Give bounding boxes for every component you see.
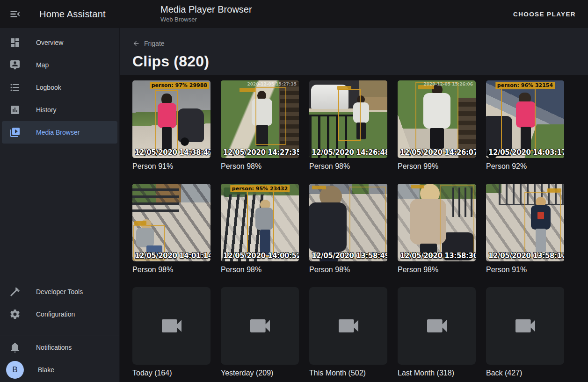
- detection-bounding-box: [255, 87, 286, 145]
- panel-subtitle: Web Browser: [160, 16, 252, 23]
- camera-osd-timestamp: 2020-12-05 15:27:35: [247, 82, 297, 86]
- media-grid: person: 97% 2998812/05/2020 14:38:47Pers…: [132, 80, 575, 378]
- video-camera-icon: [159, 313, 185, 339]
- app-bar: Home Assistant Media Player Browser Web …: [0, 0, 588, 28]
- clip-thumbnail: 12/05/2020 13:58:49: [309, 184, 387, 261]
- clip-caption: Person 98%: [309, 162, 387, 171]
- panel-title-block: Media Player Browser Web Browser: [160, 4, 252, 23]
- folder-cell[interactable]: Back (427): [486, 287, 564, 378]
- sidebar-item-label: History: [36, 106, 57, 114]
- timestamp-overlay: 12/05/2020 14:03:17: [488, 148, 564, 157]
- sidebar-item-user[interactable]: B Blake: [2, 359, 117, 381]
- arrow-left-icon: [132, 40, 140, 47]
- sidebar: OverviewMapLogbookHistoryMedia Browser D…: [0, 28, 120, 382]
- folder-cell[interactable]: Today (164): [132, 287, 211, 378]
- clip-caption: Person 91%: [132, 162, 211, 171]
- sidebar-item-history[interactable]: History: [2, 99, 117, 121]
- clip-thumbnail: 12/05/2020 14:01:14: [132, 184, 211, 261]
- detection-label-small: [337, 86, 351, 90]
- detection-label: person: 95% 23432: [230, 185, 290, 192]
- sidebar-item-label: Overview: [36, 39, 63, 46]
- sidebar-item-label: Configuration: [36, 310, 75, 318]
- bell-icon: [9, 342, 21, 353]
- folder-tile: [221, 287, 299, 365]
- folder-tile: [309, 287, 387, 365]
- clip-caption: Person 98%: [221, 265, 299, 274]
- video-camera-icon: [512, 313, 538, 339]
- sidebar-item-label: Logbook: [36, 84, 61, 91]
- folder-label: Today (164): [132, 368, 211, 378]
- clip-cell[interactable]: 2020-12-05 15:26:0612/05/2020 14:26:07Pe…: [398, 80, 476, 171]
- detection-label-small: [240, 88, 255, 92]
- folder-label: This Month (502): [309, 368, 387, 378]
- clip-thumbnail: 2020-12-05 15:26:0612/05/2020 14:26:07: [398, 80, 476, 158]
- clip-cell[interactable]: 12/05/2020 13:58:49Person 98%: [309, 184, 387, 274]
- app-title: Home Assistant: [39, 9, 106, 20]
- video-camera-icon: [424, 313, 450, 339]
- clip-cell[interactable]: 2020-12-05 15:27:3512/05/2020 14:27:35Pe…: [221, 80, 299, 171]
- clip-cell[interactable]: person: 96% 3215412/05/2020 14:03:17Pers…: [486, 80, 564, 171]
- sidebar-toggle-button[interactable]: [4, 3, 26, 25]
- clip-caption: Person 91%: [486, 265, 564, 274]
- user-name-label: Blake: [38, 366, 54, 374]
- choose-player-button[interactable]: CHOOSE PLAYER: [510, 7, 579, 22]
- dashboard-icon: [9, 37, 21, 48]
- sidebar-item-developer-tools[interactable]: Developer Tools: [2, 281, 117, 303]
- clip-caption: Person 99%: [398, 162, 476, 171]
- sidebar-bottom: Notifications B Blake: [0, 336, 119, 382]
- media-browser-icon: [9, 127, 21, 138]
- timestamp-overlay: 12/05/2020 14:26:48: [312, 148, 387, 157]
- panel-title: Media Player Browser: [160, 4, 252, 15]
- scene-rail: [132, 184, 179, 212]
- clip-caption: Person 98%: [132, 265, 211, 274]
- folder-cell[interactable]: Last Month (318): [398, 287, 476, 378]
- main-content: Frigate Clips (820) person: 97% 2998812/…: [120, 28, 588, 382]
- clip-cell[interactable]: 12/05/2020 14:26:48Person 98%: [309, 80, 387, 171]
- sidebar-item-notifications[interactable]: Notifications: [2, 336, 117, 359]
- folder-label: Last Month (318): [398, 368, 476, 378]
- clip-thumbnail: person: 97% 2998812/05/2020 14:38:47: [132, 80, 211, 158]
- map-account-icon: [9, 59, 21, 71]
- timestamp-overlay: 12/05/2020 13:58:17: [488, 252, 564, 260]
- folder-tile: [486, 287, 564, 365]
- detection-label: person: 96% 32154: [495, 82, 555, 89]
- clip-cell[interactable]: person: 97% 2998812/05/2020 14:38:47Pers…: [132, 80, 211, 171]
- clip-thumbnail: person: 96% 3215412/05/2020 14:03:17: [486, 80, 564, 158]
- clip-cell[interactable]: 12/05/2020 14:01:14Person 98%: [132, 184, 211, 274]
- sidebar-item-logbook[interactable]: Logbook: [2, 76, 117, 99]
- timestamp-overlay: 12/05/2020 14:38:47: [135, 148, 211, 157]
- sidebar-item-label: Media Browser: [36, 129, 80, 136]
- clip-thumbnail: 2020-12-05 15:27:3512/05/2020 14:27:35: [221, 80, 299, 158]
- breadcrumb[interactable]: Frigate: [132, 40, 165, 47]
- sidebar-item-label: Developer Tools: [36, 288, 83, 296]
- chart-icon: [9, 104, 21, 115]
- folder-tile: [132, 287, 211, 365]
- clip-thumbnail: person: 95% 2343212/05/2020 14:00:52: [221, 184, 299, 261]
- folder-cell[interactable]: This Month (502): [309, 287, 387, 378]
- timestamp-overlay: 12/05/2020 14:00:52: [223, 252, 299, 260]
- folder-tile: [398, 287, 476, 365]
- clip-cell[interactable]: 12/05/2020 13:58:30Person 98%: [398, 184, 476, 274]
- detection-bounding-box: [501, 88, 536, 151]
- clip-thumbnail: 12/05/2020 14:26:48: [309, 80, 387, 158]
- sidebar-item-overview[interactable]: Overview: [2, 31, 117, 54]
- scene-prop: [178, 108, 204, 142]
- sidebar-item-map[interactable]: Map: [2, 54, 117, 76]
- clip-cell[interactable]: 12/05/2020 13:58:17Person 91%: [486, 184, 564, 274]
- folder-cell[interactable]: Yesterday (209): [221, 287, 299, 378]
- user-avatar: B: [6, 361, 24, 379]
- sidebar-item-configuration[interactable]: Configuration: [2, 303, 117, 325]
- video-camera-icon: [335, 313, 362, 339]
- backburger-menu-icon: [9, 8, 21, 20]
- detection-label: person: 97% 29988: [150, 82, 209, 89]
- timestamp-overlay: 12/05/2020 14:26:07: [400, 148, 476, 157]
- breadcrumb-label: Frigate: [144, 40, 165, 47]
- clip-cell[interactable]: person: 95% 2343212/05/2020 14:00:52Pers…: [221, 184, 299, 274]
- sidebar-item-media-browser[interactable]: Media Browser: [2, 121, 117, 144]
- list-icon: [9, 82, 21, 93]
- detection-bounding-box: [349, 187, 386, 259]
- video-camera-icon: [247, 313, 273, 339]
- detection-bounding-box: [247, 190, 274, 257]
- detection-bounding-box: [155, 90, 178, 153]
- clip-thumbnail: 12/05/2020 13:58:17: [486, 184, 564, 261]
